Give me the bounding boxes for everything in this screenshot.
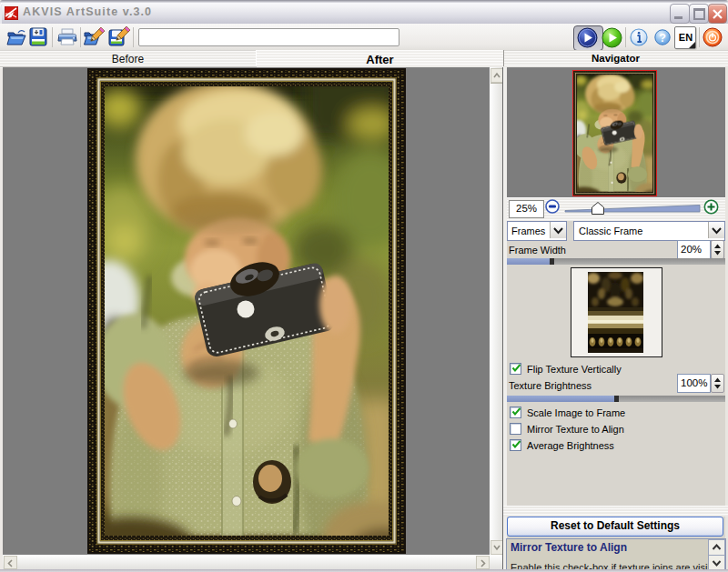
svg-text:?: ? [659,32,666,45]
